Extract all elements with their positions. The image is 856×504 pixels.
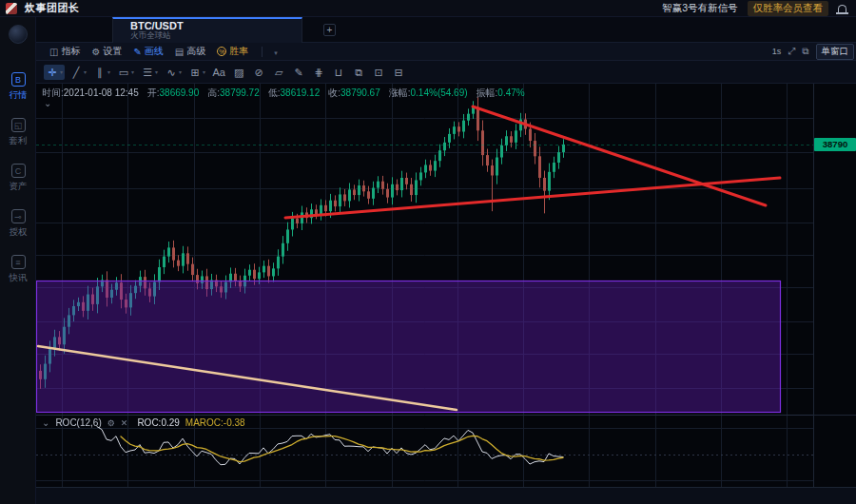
toolbar-item-icon: ◫ (49, 47, 58, 57)
drawing-tool-icon: Aa (212, 66, 225, 79)
window-layout-icon[interactable]: ⧉ (802, 46, 808, 57)
indicator-selector-bar (36, 487, 856, 504)
drawing-tool-icon: ✎ (292, 66, 305, 79)
fullscreen-icon[interactable]: ⤢ (788, 46, 795, 57)
toolbar-item-icon: ▤ (175, 47, 184, 57)
sidebar-item-label: 授权 (10, 226, 28, 239)
sidebar-item-market[interactable]: B 行情 (0, 72, 36, 102)
sidebar-item-assets[interactable]: C 资产 (0, 164, 36, 193)
sidebar-item-icon: C (11, 164, 26, 178)
drawing-tool-icon: ⊘ (252, 66, 265, 79)
timeframe-custom-period[interactable] (272, 47, 278, 57)
sidebar-item-label: 套利 (10, 135, 28, 147)
tool-magnet[interactable]: ⋕ (310, 65, 327, 80)
username: 炊事团团长 (25, 1, 80, 15)
drawing-tool-icon: ⧉ (352, 66, 365, 79)
tool-wave[interactable]: ∿ (163, 65, 184, 80)
current-price-badge: 38790 (814, 138, 856, 151)
app-window: 炊事团团长 智赢3号有新信号 仅胜率会员查看 B 行情 ◱ 套利 C 资产 (0, 0, 856, 504)
drawing-tool-icon: ⊔ (332, 66, 345, 79)
tool-rectangle[interactable]: ▭ (115, 65, 136, 80)
tool-trend-line[interactable]: ╱ (68, 65, 88, 80)
sidebar-item-icon: ≡ (11, 255, 26, 269)
toolbar-item-label: 胜率 (229, 45, 248, 58)
sidebar-item-icon: ⊸ (11, 209, 26, 223)
toolbar-win-rate[interactable]: % 胜率 (217, 45, 248, 58)
roc-axis[interactable] (813, 415, 856, 487)
drawing-tool-icon: ∿ (165, 66, 178, 79)
tool-pattern[interactable]: ▨ (230, 65, 247, 80)
tool-forbid[interactable]: ⊘ (250, 65, 267, 80)
sidebar-item-label: 快讯 (10, 272, 28, 284)
sidebar-item-authorize[interactable]: ⊸ 授权 (0, 209, 36, 239)
sidebar-item-label: 行情 (10, 89, 28, 102)
tool-duplicate[interactable]: ⧉ (350, 65, 367, 80)
toolbar-item-icon: ⚙ (91, 47, 100, 57)
drawing-tool-icon: ▭ (117, 66, 130, 79)
toolbar-item-label: 画线 (145, 45, 164, 58)
toolbar-item-label: 设置 (103, 45, 122, 58)
drawing-tool-icon: ▱ (272, 66, 285, 79)
tool-crosshair[interactable]: ✛ (44, 65, 65, 80)
price-chart-canvas[interactable] (36, 84, 813, 487)
drawing-tool-icon: ✛ (46, 66, 59, 79)
tool-measure[interactable]: ▱ (270, 65, 287, 80)
drawing-tool-icon: ⊡ (372, 66, 385, 79)
toolbar-item-icon: ✎ (133, 47, 141, 57)
resolution-label: 1s (772, 47, 782, 56)
tool-text[interactable]: Aa (210, 65, 227, 80)
tool-screenshot[interactable]: ⊡ (370, 65, 387, 80)
add-tab-button[interactable]: + (323, 24, 336, 36)
toolbar-item-label: 高级 (186, 45, 205, 58)
toolbar-item-icon: % (217, 47, 226, 56)
tool-horizontal-line[interactable]: ☰ (139, 65, 160, 80)
toolbar-settings[interactable]: ⚙ 设置 (91, 45, 122, 58)
sidebar-item-news[interactable]: ≡ 快讯 (0, 255, 36, 284)
sidebar-item-label: 资产 (10, 181, 28, 193)
sidebar-item-icon: B (11, 72, 26, 87)
app-logo-icon[interactable] (9, 25, 28, 44)
drawing-tool-icon: ╱ (69, 66, 83, 79)
single-window-button[interactable]: 单窗口 (816, 44, 855, 60)
drawing-tool-icon: ☰ (141, 66, 154, 79)
tool-fibonacci[interactable]: ⊞ (186, 65, 207, 80)
tab-exchange: 火币全球站 (130, 31, 302, 40)
tool-delete[interactable]: ⊟ (390, 65, 407, 80)
tool-lock[interactable]: ⊔ (330, 65, 347, 80)
title-bar: 炊事团团长 智赢3号有新信号 仅胜率会员查看 (0, 0, 856, 17)
drawing-toolbar: ✛ ╱ ∥ ▭ ☰ ∿ ⊞ Aa ▨ ⊘ ▱ ✎ (36, 61, 856, 84)
toolbar-item-label: 指标 (61, 45, 80, 58)
drawing-tool-icon: ▨ (232, 66, 245, 79)
tool-brush[interactable]: ✎ (290, 65, 307, 80)
signal-message: 智赢3号有新信号 (662, 2, 737, 15)
bell-icon[interactable] (838, 5, 846, 12)
toolbar-advanced[interactable]: ▤ 高级 (175, 45, 205, 58)
divider (262, 47, 263, 57)
drawing-tool-icon: ⊞ (188, 66, 202, 79)
sidebar-item-arbitrage[interactable]: ◱ 套利 (0, 118, 36, 147)
price-axis[interactable]: 38790 (813, 84, 856, 415)
left-sidebar: B 行情 ◱ 套利 C 资产 ⊸ 授权 ≡ 快讯 (0, 17, 36, 504)
instrument-tab-strip: BTC/USDT 火币全球站 + (36, 17, 856, 43)
toolbar-indicators[interactable]: ◫ 指标 (49, 45, 80, 58)
toolbar-drawing[interactable]: ✎ 画线 (133, 45, 163, 58)
drawing-tool-icon: ⊟ (392, 66, 405, 79)
drawing-tool-icon: ∥ (93, 66, 107, 79)
sidebar-item-icon: ◱ (11, 118, 26, 132)
tab-btc-usdt[interactable]: BTC/USDT 火币全球站 (112, 17, 302, 43)
drawing-tool-icon: ⋕ (312, 66, 325, 79)
vip-only-chip[interactable]: 仅胜率会员查看 (748, 1, 829, 16)
tool-parallel-lines[interactable]: ∥ (91, 65, 112, 80)
chart-toolbar: ◫ 指标 ⚙ 设置 ✎ 画线 ▤ 高级 % 胜率 1s (36, 43, 856, 61)
avatar[interactable] (6, 3, 17, 14)
